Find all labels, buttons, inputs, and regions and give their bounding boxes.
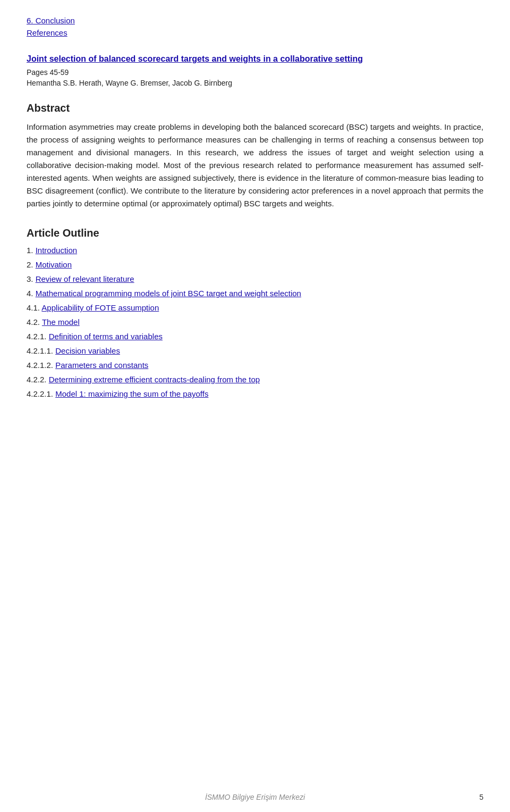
footer-logo: İSMMO Bilgiye Erişim Merkezi [205, 793, 305, 801]
outline-item-4211: 4.2.1.1. Decision variables [27, 346, 483, 355]
outline-number-422: 4.2.2. [27, 375, 49, 384]
abstract-text: Information asymmetries may create probl… [27, 121, 483, 210]
outline-link-422[interactable]: Determining extreme efficient contracts-… [49, 375, 260, 384]
outline-item-4: 4. Mathematical programming models of jo… [27, 289, 483, 298]
outline-item-4212: 4.2.1.2. Parameters and constants [27, 361, 483, 370]
outline-link-4221[interactable]: Model 1: maximizing the sum of the payof… [55, 389, 208, 398]
outline-number-4211: 4.2.1.1. [27, 346, 55, 355]
conclusion-link[interactable]: 6. Conclusion [27, 16, 483, 25]
outline-number-4: 4. [27, 289, 36, 298]
footer-page-number: 5 [479, 793, 483, 801]
outline-number-4212: 4.2.1.2. [27, 361, 55, 370]
outline-number-42: 4.2. [27, 317, 42, 327]
page: 6. Conclusion References Joint selection… [0, 0, 510, 812]
outline-item-41: 4.1. Applicability of FOTE assumption [27, 303, 483, 312]
outline-item-422: 4.2.2. Determining extreme efficient con… [27, 375, 483, 384]
outline-link-4[interactable]: Mathematical programming models of joint… [36, 289, 301, 298]
outline-link-4212[interactable]: Parameters and constants [55, 361, 148, 370]
outline-number-4221: 4.2.2.1. [27, 389, 55, 398]
abstract-label: Abstract [27, 102, 483, 114]
footer: İSMMO Bilgiye Erişim Merkezi [0, 793, 510, 801]
outline-number-2: 2. [27, 260, 36, 269]
outline-item-42: 4.2. The model [27, 317, 483, 327]
outline-list: 1. Introduction 2. Motivation 3. Review … [27, 246, 483, 398]
outline-item-2: 2. Motivation [27, 260, 483, 269]
outline-number-41: 4.1. [27, 303, 41, 312]
outline-link-4211[interactable]: Decision variables [55, 346, 120, 355]
outline-number-1: 1. [27, 246, 36, 255]
article-pages: Pages 45-59 [27, 68, 483, 77]
outline-item-3: 3. Review of relevant literature [27, 274, 483, 283]
references-link[interactable]: References [27, 28, 483, 37]
outline-link-1[interactable]: Introduction [36, 246, 77, 255]
outline-link-2[interactable]: Motivation [36, 260, 72, 269]
article-authors: Hemantha S.B. Herath, Wayne G. Bremser, … [27, 79, 483, 87]
outline-item-4221: 4.2.2.1. Model 1: maximizing the sum of … [27, 389, 483, 398]
outline-link-42[interactable]: The model [42, 317, 80, 327]
outline-number-421: 4.2.1. [27, 332, 49, 341]
outline-link-421[interactable]: Definition of terms and variables [49, 332, 163, 341]
article-title[interactable]: Joint selection of balanced scorecard ta… [27, 53, 483, 65]
outline-number-3: 3. [27, 274, 36, 283]
outline-item-1: 1. Introduction [27, 246, 483, 255]
outline-item-421: 4.2.1. Definition of terms and variables [27, 332, 483, 341]
article-outline-label: Article Outline [27, 227, 483, 239]
outline-link-41[interactable]: Applicability of FOTE assumption [41, 303, 159, 312]
outline-link-3[interactable]: Review of relevant literature [36, 274, 134, 283]
